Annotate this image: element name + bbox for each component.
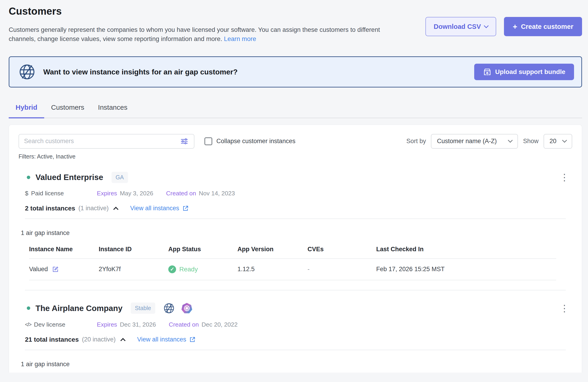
view-all-instances-label: View all instances (137, 336, 186, 343)
customers-card: Collapse customer instances Sort by Cust… (9, 125, 582, 373)
divider (25, 350, 566, 350)
license-type-label: Dev license (34, 321, 65, 328)
kubernetes-icon (181, 302, 193, 314)
customer-header: Valued Enterprise GA ⋮ (19, 172, 572, 183)
channel-badge: Stable (131, 302, 155, 314)
instances-summary-row: 2 total instances (1 inactive) View all … (19, 205, 572, 212)
kebab-menu-icon[interactable]: ⋮ (557, 304, 572, 313)
total-instances-text: 21 total instances (25, 336, 79, 343)
created-group: Created on Nov 14, 2023 (166, 190, 235, 197)
collapse-instances-control: Collapse customer instances (205, 137, 295, 145)
create-customer-button[interactable]: + Create customer (504, 17, 582, 36)
col-instance-id: Instance ID (99, 246, 168, 253)
header-actions: Download CSV + Create customer (425, 17, 582, 36)
instance-table: Instance Name Instance ID App Status App… (29, 246, 556, 280)
collapse-instances-checkbox[interactable] (205, 137, 212, 145)
expires-label: Expires (97, 190, 117, 197)
tab-hybrid[interactable]: Hybrid (9, 100, 44, 118)
toolbar: Collapse customer instances Sort by Cust… (9, 125, 582, 149)
edit-pencil-icon[interactable] (52, 265, 59, 273)
view-all-instances-link[interactable]: View all instances (130, 205, 189, 212)
page-description-text: Customers generally represent the compan… (9, 26, 380, 42)
learn-more-link[interactable]: Learn more (224, 35, 256, 42)
airgap-banner: Want to view instance insights for an ai… (9, 56, 582, 87)
expires-label: Expires (97, 321, 117, 328)
download-csv-button[interactable]: Download CSV (425, 17, 496, 36)
expires-date: May 3, 2026 (120, 190, 153, 197)
active-status-dot (27, 176, 30, 179)
instances-summary-row: 21 total instances (20 inactive) View al… (19, 336, 572, 343)
tab-bar: Hybrid Customers Instances (9, 100, 582, 118)
app-version-value: 1.12.5 (237, 266, 308, 273)
license-type: $ Paid license (25, 190, 97, 197)
customer-type-icons (163, 302, 193, 314)
kebab-menu-icon[interactable]: ⋮ (557, 173, 572, 182)
license-row: $ Paid license Expires May 3, 2026 Creat… (19, 190, 572, 197)
sort-select-value: Customer name (A-Z) (437, 138, 497, 145)
col-app-version: App Version (237, 246, 308, 253)
upload-bundle-label: Upload support bundle (495, 68, 565, 76)
airgap-instance-count: 1 air gap instance (19, 230, 572, 236)
instance-table-row: Valued 2YfoK7f ✓ Ready 1.12.5 - Feb 17, … (29, 258, 556, 280)
created-date: Dec 20, 2022 (202, 321, 238, 328)
airgap-globe-icon (18, 63, 36, 81)
license-row: </> Dev license Expires Dec 31, 2026 Cre… (19, 321, 572, 328)
col-app-status: App Status (168, 246, 237, 253)
view-all-instances-label: View all instances (130, 205, 179, 212)
show-label: Show (523, 138, 539, 145)
chevron-down-icon (508, 138, 513, 143)
view-all-instances-link[interactable]: View all instances (137, 336, 196, 343)
expires-date: Dec 31, 2026 (120, 321, 156, 328)
filter-sliders-icon[interactable] (180, 137, 189, 146)
plus-icon: + (513, 23, 517, 30)
chevron-down-icon (484, 23, 489, 28)
chevron-down-icon (562, 138, 567, 143)
last-checked-in-value: Feb 17, 2026 15:25 MST (376, 266, 556, 273)
external-link-icon (182, 205, 189, 212)
license-type-label: Paid license (31, 190, 64, 197)
app-status-cell: ✓ Ready (168, 265, 237, 273)
license-type: </> Dev license (25, 321, 97, 328)
cves-value: - (308, 266, 376, 273)
customer-row-airplane-company: The Airplane Company Stable (9, 302, 582, 373)
created-group: Created on Dec 20, 2022 (169, 321, 238, 328)
instance-id-value: 2YfoK7f (99, 266, 168, 273)
col-cves: CVEs (308, 246, 376, 253)
upload-bundle-icon (483, 67, 492, 76)
create-customer-label: Create customer (521, 23, 573, 30)
upload-support-bundle-button[interactable]: Upload support bundle (474, 64, 574, 80)
active-filters-text: Filters: Active, Inactive (9, 149, 582, 160)
page-header: Customers Customers generally represent … (9, 5, 582, 43)
inactive-instances-text: (20 inactive) (82, 336, 116, 343)
tab-customers[interactable]: Customers (44, 100, 91, 118)
customer-name[interactable]: Valued Enterprise (36, 173, 103, 182)
customers-page: Customers Customers generally represent … (0, 0, 588, 373)
expires-group: Expires Dec 31, 2026 (97, 321, 156, 328)
dollar-icon: $ (25, 190, 28, 197)
external-link-icon (189, 336, 196, 343)
customer-separator (25, 290, 566, 290)
channel-badge: GA (111, 172, 128, 183)
created-date: Nov 14, 2023 (199, 190, 235, 197)
show-select-value: 20 (549, 138, 556, 145)
divider (25, 218, 566, 219)
active-status-dot (27, 306, 30, 310)
sort-select[interactable]: Customer name (A-Z) (431, 134, 518, 149)
show-select[interactable]: 20 (544, 134, 572, 149)
instance-name-cell: Valued (29, 265, 99, 273)
customer-name[interactable]: The Airplane Company (36, 304, 123, 313)
page-title: Customers (9, 5, 582, 17)
dev-code-icon: </> (25, 321, 31, 328)
col-instance-name: Instance Name (29, 246, 99, 253)
search-input[interactable] (24, 138, 180, 145)
page-description: Customers generally represent the compan… (9, 25, 408, 43)
tab-instances[interactable]: Instances (91, 100, 134, 118)
collapse-chevron-up-icon[interactable] (120, 338, 126, 343)
collapse-chevron-up-icon[interactable] (113, 207, 119, 212)
instance-table-header: Instance Name Instance ID App Status App… (29, 246, 556, 258)
expires-group: Expires May 3, 2026 (97, 190, 153, 197)
collapse-instances-label: Collapse customer instances (216, 138, 295, 145)
created-label: Created on (169, 321, 199, 328)
total-instances-text: 2 total instances (25, 205, 75, 212)
customer-header: The Airplane Company Stable (19, 302, 572, 314)
